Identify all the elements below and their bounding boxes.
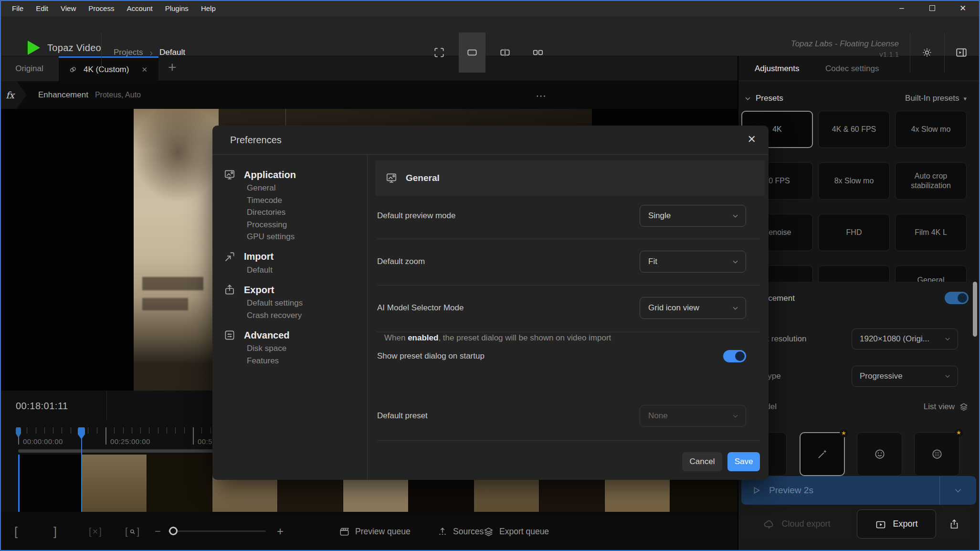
divider	[377, 239, 760, 239]
timeline-zoom-slider-knob[interactable]	[169, 527, 178, 535]
show-preset-dialog-label: Show preset dialog on startup	[377, 351, 485, 361]
nav-item-import-default[interactable]: Default	[247, 264, 367, 276]
filter-name[interactable]: Enhancement	[38, 90, 88, 100]
tab-codec-settings[interactable]: Codec settings	[825, 64, 879, 74]
clip-thumbnail[interactable]	[82, 455, 147, 512]
cancel-button[interactable]: Cancel	[682, 452, 722, 471]
preset-tile[interactable]: 4x Slow mo	[895, 111, 967, 148]
smiley-face-icon	[873, 447, 886, 461]
preset-tile[interactable]: 4K & 60 FPS	[818, 111, 890, 148]
save-button[interactable]: Save	[727, 452, 760, 471]
share-export-button[interactable]	[940, 509, 969, 539]
filter-more-button[interactable]: ⋯	[536, 90, 547, 102]
default-preset-dropdown[interactable]: None	[640, 405, 746, 427]
nav-item-gpu-settings[interactable]: GPU settings	[247, 231, 367, 243]
side-by-side-view-button[interactable]	[525, 32, 551, 73]
default-preview-mode-dropdown[interactable]: Single	[640, 205, 746, 227]
nav-item-timecode[interactable]: Timecode	[247, 194, 367, 207]
export-queue-button[interactable]: Export queue	[483, 512, 549, 551]
set-out-point-button[interactable]: ]	[53, 512, 57, 551]
trim-start-marker[interactable]	[16, 427, 21, 438]
sidebar-scrollbar[interactable]	[973, 282, 977, 337]
preview-queue-button[interactable]: Preview queue	[339, 512, 411, 551]
default-zoom-dropdown[interactable]: Fit	[640, 251, 746, 273]
timeline-zoom-slider[interactable]	[168, 530, 266, 532]
chevron-down-icon	[944, 373, 951, 380]
toggle-panel-button[interactable]	[953, 44, 970, 61]
tab-adjustments[interactable]: Adjustments	[755, 64, 800, 74]
preset-tile[interactable]	[818, 265, 890, 282]
menu-help[interactable]: Help	[195, 4, 222, 12]
preset-source-dropdown[interactable]: Built-In presets ▾	[905, 94, 967, 103]
show-preset-dialog-toggle[interactable]	[723, 350, 746, 362]
export-button[interactable]: Export	[857, 509, 936, 539]
menu-file[interactable]: File	[6, 4, 30, 12]
preset-tile[interactable]: 8x Slow mo	[818, 162, 890, 200]
preset-tile[interactable]: Auto crop stabilization	[895, 162, 967, 200]
tab-original[interactable]: Original	[0, 56, 59, 81]
timeline-zoom-out-button[interactable]: −	[155, 512, 161, 551]
preview-button[interactable]: Preview 2s	[741, 476, 976, 505]
clip-thumbnail[interactable]	[20, 455, 82, 512]
nav-item-general[interactable]: General	[247, 182, 367, 194]
nav-item-disk-space[interactable]: Disk space	[247, 342, 367, 355]
menu-edit[interactable]: Edit	[30, 4, 54, 12]
close-window-button[interactable]: ✕	[948, 0, 978, 16]
split-view-button[interactable]	[492, 32, 518, 73]
settings-button[interactable]	[918, 44, 936, 61]
ai-model-selector-mode-dropdown[interactable]: Grid icon view	[640, 297, 746, 319]
minimize-button[interactable]: –	[886, 0, 917, 16]
nav-application[interactable]: Application	[223, 168, 367, 182]
enhancement-panel: Enhancement Output resolution 1920×1080 …	[738, 282, 980, 551]
nav-export[interactable]: Export	[223, 283, 367, 297]
nav-advanced[interactable]: Advanced	[223, 328, 367, 342]
cloud-export-button[interactable]: Cloud export	[741, 509, 852, 539]
collapse-presets-button[interactable]	[744, 95, 751, 102]
fullscreen-view-button[interactable]	[426, 32, 453, 73]
nav-item-processing[interactable]: Processing	[247, 219, 367, 231]
default-preview-mode-label: Default preview mode	[377, 211, 455, 221]
model-tile-selected[interactable]: ★	[800, 432, 845, 476]
sources-button[interactable]: Sources	[437, 512, 484, 551]
maximize-button[interactable]	[917, 0, 948, 16]
clear-trim-button[interactable]: [×]	[89, 512, 103, 551]
scan-type-dropdown[interactable]: Progressive	[852, 366, 958, 387]
menu-plugins[interactable]: Plugins	[159, 4, 195, 12]
set-in-point-button[interactable]: [	[14, 512, 18, 551]
divider	[377, 332, 760, 332]
playhead-handle[interactable]	[78, 427, 85, 439]
split-view-icon	[499, 46, 511, 59]
model-tile[interactable]: ★	[914, 432, 959, 476]
output-resolution-dropdown[interactable]: 1920×1080 (Origi...	[852, 328, 958, 350]
menu-view[interactable]: View	[54, 4, 82, 12]
nav-group-advanced: Advanced Disk space Features	[223, 328, 367, 367]
enhancement-toggle[interactable]	[945, 292, 969, 304]
row-default-preview-mode: Default preview mode Single	[377, 205, 746, 227]
preset-tile-general[interactable]: General	[895, 265, 967, 282]
section-header: General	[375, 160, 765, 196]
nav-item-crash-recovery[interactable]: Crash recovery	[247, 309, 367, 322]
video-poster-content	[134, 109, 219, 364]
preset-dialog-description: When enabled, the preset dialog will be …	[384, 333, 611, 343]
zoom-to-selection-button[interactable]: [ ]	[125, 512, 139, 551]
menu-account[interactable]: Account	[120, 4, 158, 12]
export-icon	[223, 284, 236, 296]
nav-item-features[interactable]: Features	[247, 355, 367, 367]
single-view-button[interactable]	[459, 32, 485, 73]
nav-title: Export	[244, 285, 274, 296]
nav-item-default-settings[interactable]: Default settings	[247, 297, 367, 309]
current-timecode: 00:18:01:11	[16, 401, 68, 412]
breadcrumb-projects[interactable]: Projects	[114, 48, 143, 57]
nav-item-directories[interactable]: Directories	[247, 206, 367, 219]
clip-thumbnail[interactable]	[147, 455, 212, 512]
dialog-close-button[interactable]: ✕	[748, 133, 756, 146]
timeline-zoom-in-button[interactable]: +	[277, 512, 284, 551]
model-list-view-toggle[interactable]: List view	[924, 402, 969, 412]
nav-import[interactable]: Import	[223, 250, 367, 264]
menu-process[interactable]: Process	[82, 4, 120, 12]
preview-options-button[interactable]	[939, 476, 976, 505]
preset-tile[interactable]: Film 4K L	[895, 214, 967, 251]
chevron-down-icon	[732, 413, 739, 420]
model-tile[interactable]	[857, 432, 902, 476]
preset-tile[interactable]: FHD	[818, 214, 890, 251]
